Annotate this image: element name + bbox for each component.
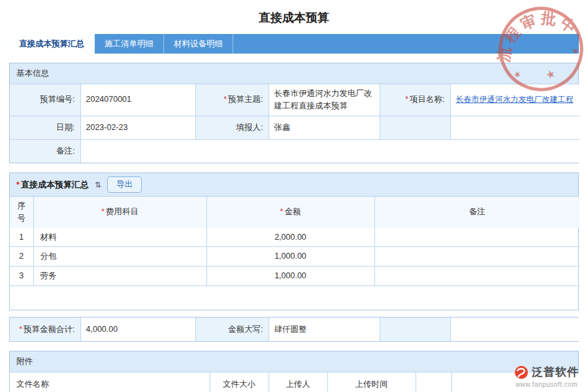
required-marker: * xyxy=(405,95,408,104)
project-name-value: 长春市伊通河水力发电厂改建工程 xyxy=(450,84,580,116)
export-button[interactable]: 导出 xyxy=(107,176,142,193)
table-header-row: 文件名称 文件大小 上传人 上传时间 xyxy=(10,372,580,392)
label-text: 直接成本预算汇总 xyxy=(21,180,89,189)
amount-words-label: 金额大写: xyxy=(195,318,269,341)
budget-subject-value: 长春市伊通河水力发电厂改建工程直接成本预算 xyxy=(269,84,380,116)
cell-amount: 1,000.00 xyxy=(206,267,374,286)
cell-remark xyxy=(374,228,580,247)
empty-value-cell xyxy=(450,116,580,139)
budget-subject-label: *预算主题: xyxy=(195,84,269,116)
cell-no: 1 xyxy=(10,228,33,247)
cell-amount: 2,000.00 xyxy=(206,228,374,247)
label-text: 预算金额合计: xyxy=(24,325,74,334)
label-text: 费用科目 xyxy=(106,207,139,216)
cell-subject: 分包 xyxy=(33,247,206,267)
brand-url[interactable]: www.fanpusoft.com xyxy=(514,381,579,388)
label-text: 预算编号: xyxy=(40,95,74,104)
header-empty xyxy=(416,372,451,392)
sort-icon[interactable]: ⇅ xyxy=(95,180,101,189)
tab-material-equipment-detail[interactable]: 材料设备明细 xyxy=(164,34,233,54)
project-link[interactable]: 长春市伊通河水力发电厂改建工程 xyxy=(456,95,574,104)
basic-info-panel: 基本信息 预算编号: 2024070001 *预算主题: 长春市伊通河水力发电厂… xyxy=(9,63,579,163)
table-header-row: 序号 *费用科目 *金额 备注 xyxy=(10,197,580,228)
required-marker: * xyxy=(19,325,22,334)
amount-words-value: 肆仟圆整 xyxy=(269,318,380,341)
total-strip: *预算金额合计: 4,000.00 金额大写: 肆仟圆整 xyxy=(9,317,579,342)
cell-amount: 1,000.00 xyxy=(206,247,374,267)
attachments-title: 附件 xyxy=(10,351,578,372)
cell-subject: 材料 xyxy=(33,228,206,247)
summary-table: 序号 *费用科目 *金额 备注 1 材料 2,000.00 2 分包 1,000… xyxy=(10,197,580,310)
budget-no-value: 2024070001 xyxy=(80,84,195,116)
cell-remark xyxy=(374,247,580,267)
basic-info-title: 基本信息 xyxy=(10,63,578,84)
summary-toolbar: *直接成本预算汇总 ⇅ 导出 xyxy=(10,173,578,197)
summary-panel: *直接成本预算汇总 ⇅ 导出 序号 *费用科目 *金额 备注 1 材料 2,00… xyxy=(9,172,579,310)
basic-info-table: 预算编号: 2024070001 *预算主题: 长春市伊通河水力发电厂改建工程直… xyxy=(10,84,580,163)
table-row: 预算编号: 2024070001 *预算主题: 长春市伊通河水力发电厂改建工程直… xyxy=(10,84,580,116)
attachments-table: 文件名称 文件大小 上传人 上传时间 xyxy=(10,372,580,392)
remark-label: 备注: xyxy=(10,139,80,163)
label-text: 备注: xyxy=(56,146,74,155)
table-row: 日期: 2023-02-23 填报人: 张鑫 xyxy=(10,116,580,139)
brand-logo-icon xyxy=(514,365,529,380)
header-file-name: 文件名称 xyxy=(10,372,210,392)
table-row: 备注: xyxy=(10,139,580,163)
header-amount: *金额 xyxy=(206,197,374,228)
summary-section-title: *直接成本预算汇总 xyxy=(16,179,89,191)
cell-no: 2 xyxy=(10,247,33,267)
required-marker: * xyxy=(280,207,284,216)
table-row-empty xyxy=(10,286,580,310)
table-row: *预算金额合计: 4,000.00 金额大写: 肆仟圆整 xyxy=(10,318,580,341)
label-text: 金额大写: xyxy=(228,325,263,334)
label-text: 项目名称: xyxy=(410,95,444,104)
table-row: 1 材料 2,000.00 xyxy=(10,228,580,247)
budget-no-label: 预算编号: xyxy=(10,84,80,116)
empty-value-cell xyxy=(450,318,580,341)
required-marker: * xyxy=(223,95,227,104)
tab-bar: 直接成本预算汇总 施工清单明细 材料设备明细 xyxy=(9,34,579,54)
empty-area xyxy=(10,286,580,310)
label-text: 预算主题: xyxy=(228,95,263,104)
brand-name: 泛普软件 xyxy=(532,365,579,380)
total-table: *预算金额合计: 4,000.00 金额大写: 肆仟圆整 xyxy=(10,318,580,341)
cell-subject: 劳务 xyxy=(33,267,206,286)
cell-no: 3 xyxy=(10,267,33,286)
table-row: 3 劳务 1,000.00 xyxy=(10,267,580,286)
label-text: 填报人: xyxy=(237,123,263,132)
empty-label-cell xyxy=(380,318,450,341)
label-text: 金额 xyxy=(284,207,301,216)
table-row: 2 分包 1,000.00 xyxy=(10,247,580,267)
tab-direct-cost-summary[interactable]: 直接成本预算汇总 xyxy=(9,34,95,54)
header-remark: 备注 xyxy=(374,197,580,228)
required-marker: * xyxy=(101,207,105,216)
total-amount-value: 4,000.00 xyxy=(80,318,195,341)
page-title: 直接成本预算 xyxy=(0,0,588,25)
brand-footer: 泛普软件 www.fanpusoft.com xyxy=(514,365,579,388)
attachments-panel: 附件 文件名称 文件大小 上传人 上传时间 xyxy=(9,351,579,392)
header-uploader: 上传人 xyxy=(269,372,327,392)
cell-remark xyxy=(374,267,580,286)
required-marker: * xyxy=(16,180,20,189)
reporter-value: 张鑫 xyxy=(269,116,380,139)
header-upload-time: 上传时间 xyxy=(327,372,416,392)
label-text: 日期: xyxy=(56,123,74,132)
total-amount-label: *预算金额合计: xyxy=(10,318,80,341)
empty-label-cell xyxy=(380,116,450,139)
header-subject: *费用科目 xyxy=(33,197,206,228)
remark-value xyxy=(80,139,580,163)
tab-construction-list-detail[interactable]: 施工清单明细 xyxy=(95,34,164,54)
page: 直接成本预算 流程审批中 ★ ★ ★ 直接成本预算汇总 施工清单明细 材料设备明… xyxy=(0,0,588,392)
reporter-label: 填报人: xyxy=(195,116,269,139)
header-no: 序号 xyxy=(10,197,33,228)
date-value: 2023-02-23 xyxy=(80,116,195,139)
project-name-label: *项目名称: xyxy=(380,84,450,116)
header-file-size: 文件大小 xyxy=(210,372,269,392)
date-label: 日期: xyxy=(10,116,80,139)
